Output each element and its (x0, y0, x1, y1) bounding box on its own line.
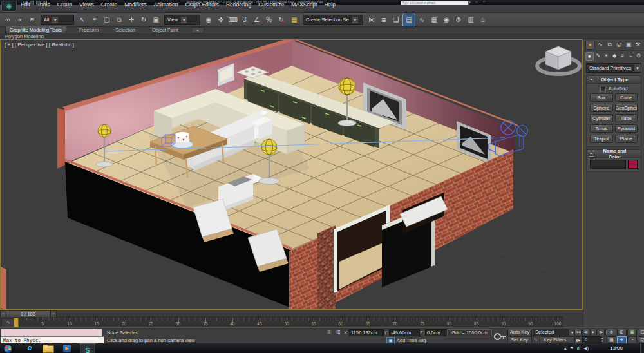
mirror-icon[interactable]: ⋈ (366, 14, 377, 26)
select-and-move-icon[interactable]: ✛ (126, 14, 137, 26)
motion-tab[interactable]: ◎ (615, 41, 623, 48)
schematic-view-icon[interactable]: ▦ (428, 14, 440, 26)
render-setup-icon[interactable]: ⚙ (453, 14, 464, 26)
menu-tools[interactable]: Tools (37, 1, 50, 8)
start-button[interactable] (3, 344, 13, 353)
rendered-frame-window-icon[interactable]: ▥ (465, 14, 477, 26)
geometry-category[interactable]: ● (585, 52, 594, 61)
menu-help[interactable]: Help (324, 1, 335, 8)
select-and-manipulate-icon[interactable]: ✜ (215, 14, 227, 26)
viewport-label[interactable]: [ + ] [ Perspective ] [ Realistic ] (5, 42, 74, 48)
rectangular-selection-region-icon[interactable]: ▢ (101, 14, 113, 26)
play-button[interactable]: ▶ (590, 329, 597, 336)
go-to-start-button[interactable]: |◀◀ (574, 329, 582, 336)
angle-snap-toggle-icon[interactable]: ∠∩ (252, 14, 263, 26)
edit-named-selection-sets-icon[interactable]: ▦ (289, 14, 300, 26)
ribbon-tab-freeform[interactable]: Freeform (75, 26, 102, 33)
frame-spinner[interactable]: ▲▼ (600, 336, 604, 343)
zoom-extents-all-button[interactable]: ⊡ (638, 329, 644, 336)
percent-snap-toggle-icon[interactable]: %∩ (264, 14, 276, 26)
systems-category[interactable]: ⚙ (635, 52, 642, 59)
helpers-category[interactable]: # (619, 52, 626, 59)
lights-category[interactable]: ☀ (603, 52, 610, 59)
collapse-icon[interactable]: – (589, 77, 594, 82)
zoom-extents-button[interactable]: ▣ (627, 329, 637, 336)
auto-key-button[interactable]: Auto Key (507, 329, 532, 336)
space-warps-category[interactable]: ≈ (627, 52, 634, 59)
menu-customize[interactable]: Customize (258, 1, 284, 8)
zoom-button[interactable]: ⊕ (607, 329, 616, 336)
sphere-button[interactable]: Sphere (590, 104, 613, 112)
display-tab[interactable]: ▣ (624, 41, 632, 48)
collapse-icon[interactable]: – (589, 151, 594, 157)
cameras-category[interactable]: ◆ (611, 52, 618, 59)
polygon-modeling-label[interactable]: Polygon Modeling (5, 33, 44, 39)
window-crossing-toggle-icon[interactable]: ⧉ (113, 14, 125, 26)
selection-filter-dropdown[interactable]: All▼ (41, 15, 74, 25)
menu-modifiers[interactable]: Modifiers (124, 1, 146, 8)
object-color-swatch[interactable] (628, 160, 638, 169)
material-editor-icon[interactable]: ◉ (440, 14, 452, 26)
application-menu-button[interactable]: ❋ (1, 1, 17, 12)
create-tab[interactable]: ✶ (585, 41, 595, 50)
plane-button[interactable]: Plane (615, 135, 638, 143)
select-object-icon[interactable]: ↖ (77, 14, 88, 26)
object-name-field[interactable] (590, 160, 626, 169)
layer-manager-icon[interactable]: ❏ (390, 14, 402, 26)
select-and-link-icon[interactable]: ∞ (2, 14, 14, 26)
time-slider[interactable]: < 0 / 100 > (0, 310, 564, 317)
primitive-category-dropdown[interactable]: Standard Primitives ▼ (586, 63, 641, 73)
unlink-selection-icon[interactable]: ∝ (14, 14, 26, 26)
autogrid-checkbox[interactable] (600, 86, 606, 91)
align-icon[interactable]: ≣ (378, 14, 390, 26)
select-and-scale-icon[interactable]: ▣ (150, 14, 162, 26)
spinner-snap-toggle-icon[interactable]: ↻∩ (276, 14, 288, 26)
selection-lock-icon[interactable]: ⚿ (325, 329, 333, 336)
selection-set-dropdown[interactable]: Selected ▼ (533, 329, 576, 336)
tube-button[interactable]: Tube (615, 114, 638, 122)
box-button[interactable]: Box (590, 93, 613, 102)
snap-toggle-3d-icon[interactable]: 3∩ (240, 14, 251, 26)
object-type-rollout-header[interactable]: – Object Type (587, 76, 641, 84)
file-explorer-icon[interactable] (43, 345, 54, 353)
select-by-name-icon[interactable]: ≡ (89, 14, 100, 26)
hierarchy-tab[interactable]: ⧉ (605, 41, 614, 48)
current-frame-field[interactable]: 0 (582, 336, 602, 343)
pyramid-button[interactable]: Pyramid (615, 124, 638, 133)
menu-animation[interactable]: Animation (154, 1, 178, 8)
y-coordinate-field[interactable]: -49.06cm (389, 329, 420, 336)
use-pivot-point-center-icon[interactable]: ◉ (203, 14, 214, 26)
x-coordinate-field[interactable]: 1156.132cm (349, 329, 384, 336)
reference-coordinate-dropdown[interactable]: View▼ (164, 15, 200, 25)
menu-maxscript[interactable]: MAXScript (291, 1, 317, 8)
perspective-viewport[interactable]: [ + ] [ Perspective ] [ Realistic ] (0, 39, 583, 310)
media-player-icon[interactable]: ▶ (63, 345, 71, 352)
ribbon-panel-strip[interactable]: Polygon Modeling (0, 33, 644, 39)
ribbon-tab-object-paint[interactable]: Object Paint (148, 26, 182, 33)
track-bar[interactable]: ∿ 05101520253035404550556065707580859095… (0, 317, 564, 327)
torus-button[interactable]: Torus (590, 124, 613, 133)
menu-group[interactable]: Group (57, 1, 73, 8)
menu-views[interactable]: Views (79, 1, 94, 8)
show-desktop-button[interactable] (640, 343, 644, 353)
set-keys-icon[interactable] (493, 330, 506, 341)
bind-to-space-warp-icon[interactable]: ≋ (26, 14, 38, 26)
ribbon-tab-graphite-modeling-tools[interactable]: Graphite Modeling Tools (5, 26, 66, 33)
cylinder-button[interactable]: Cylinder (590, 114, 613, 122)
next-frame-button[interactable]: ▮▶ (598, 329, 605, 336)
utilities-tab[interactable]: ⚒ (634, 41, 642, 48)
curve-editor-icon[interactable]: ∿ (416, 14, 428, 26)
cone-button[interactable]: Cone (615, 93, 638, 102)
chevron-down-icon[interactable]: ▼ (634, 64, 641, 72)
chevron-down-icon[interactable]: ▼ (352, 16, 359, 24)
internet-explorer-icon[interactable]: e (23, 343, 36, 353)
shapes-category[interactable]: ✎ (594, 52, 601, 59)
add-time-tag[interactable]: Add Time Tag (397, 338, 426, 343)
network-icon[interactable]: ılı (577, 346, 580, 350)
toggle-ribbon-icon[interactable]: ▤ (402, 14, 415, 26)
tray-expand-icon[interactable]: ▴ (564, 346, 567, 351)
menu-create[interactable]: Create (101, 1, 118, 8)
menu-edit[interactable]: Edit (21, 1, 30, 8)
volume-icon[interactable]: ◀) (583, 346, 589, 351)
geosphere-button[interactable]: GeoSphere (615, 104, 638, 112)
